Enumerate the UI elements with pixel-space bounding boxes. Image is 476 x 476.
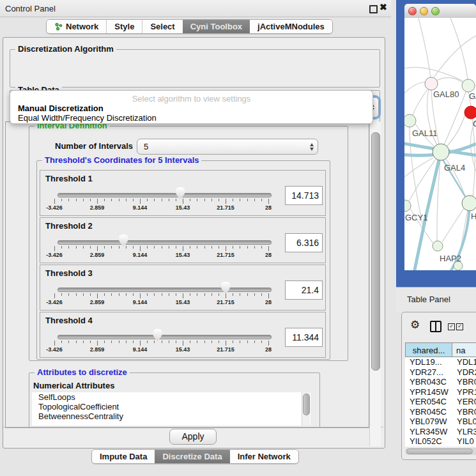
tab-infer-network[interactable]: Infer Network <box>230 450 298 463</box>
table-horizontal-scrollbar[interactable] <box>405 448 476 455</box>
apply-button[interactable]: Apply <box>169 429 217 445</box>
tick-mark <box>76 293 77 296</box>
network-edge[interactable] <box>434 36 476 77</box>
slider-track[interactable] <box>58 193 272 197</box>
table-row[interactable]: YDR27...YDR2 <box>405 367 476 378</box>
checkbox-icon[interactable]: ✓ <box>456 323 463 330</box>
tab-network[interactable]: Network <box>47 20 106 33</box>
table-cell[interactable]: YBR043C <box>405 377 452 387</box>
scrollbar-thumb[interactable] <box>406 449 473 454</box>
gear-icon[interactable]: ⚙ <box>410 318 420 332</box>
tab-cyni-toolbox[interactable]: Cyni Toolbox <box>183 20 250 33</box>
tick-mark <box>104 199 105 201</box>
tab-jactivemnodules[interactable]: jActiveMNodules <box>250 20 332 33</box>
table-cell[interactable]: YBR0 <box>452 407 476 417</box>
table-cell[interactable]: YLR345W <box>405 427 452 437</box>
tab-style[interactable]: Style <box>106 20 142 33</box>
network-node[interactable] <box>425 77 438 90</box>
slider-thumb[interactable] <box>153 329 162 341</box>
table-cell[interactable]: YIL052C <box>405 436 452 447</box>
tick-mark <box>119 246 119 249</box>
table-cell[interactable]: YPR145W <box>405 387 452 397</box>
table-cell[interactable]: YER054C <box>405 397 452 407</box>
tab-discretize-data[interactable]: Discretize Data <box>155 450 229 463</box>
checkbox-icon[interactable]: ✓ <box>448 323 455 330</box>
network-window-titlebar[interactable] <box>404 4 476 19</box>
network-node[interactable] <box>433 144 449 160</box>
network-edge[interactable] <box>450 18 468 80</box>
number-of-intervals-combobox[interactable]: 5 <box>137 139 318 155</box>
table-row[interactable]: YBR045CYBR0 <box>405 407 476 417</box>
table-cell[interactable]: YPR1 <box>452 387 476 397</box>
tick-mark <box>54 246 55 251</box>
table-row[interactable]: YBL079WYBL0 <box>405 417 476 427</box>
threshold-value-field[interactable]: 21.4 <box>285 280 323 300</box>
table-row[interactable]: YLR345WYLR3 <box>405 427 476 437</box>
network-edge[interactable] <box>410 152 441 270</box>
table-row[interactable]: YBR043CYBR0 <box>405 377 476 387</box>
table-row[interactable]: YER054CYER0 <box>405 397 476 407</box>
network-canvas[interactable]: GAL80GACGAL11GAL4GCY1HHAP2 <box>404 18 476 270</box>
network-node[interactable] <box>464 106 476 119</box>
tick-mark <box>226 246 226 251</box>
slider-thumb[interactable] <box>119 234 128 247</box>
tick-mark <box>169 341 169 343</box>
table-cell[interactable]: YBL079W <box>405 417 452 427</box>
zoom-light[interactable] <box>431 7 440 15</box>
tab-impute-data[interactable]: Impute Data <box>92 450 155 463</box>
table-row[interactable]: YPR145WYPR1 <box>405 387 476 397</box>
table-row[interactable]: YIL052CYIL0 <box>405 436 476 447</box>
attributes-scrollbar[interactable] <box>302 392 310 426</box>
tick-mark <box>219 246 219 249</box>
threshold-value-field[interactable]: 14.713 <box>285 186 323 205</box>
scrollbar-thumb[interactable] <box>303 394 310 415</box>
scrollbar-thumb[interactable] <box>371 132 380 371</box>
slider-track[interactable] <box>58 335 272 339</box>
minimize-light[interactable] <box>420 7 428 15</box>
network-node[interactable] <box>404 200 411 211</box>
table-cell[interactable]: YLR3 <box>452 427 476 437</box>
network-node[interactable] <box>462 196 476 211</box>
close-icon[interactable]: ✖ <box>380 2 387 12</box>
table-cell[interactable]: YIL0 <box>452 436 476 447</box>
tab-label: Select <box>150 22 174 31</box>
network-edge[interactable] <box>442 208 464 242</box>
float-window-icon[interactable] <box>369 5 378 13</box>
network-edge[interactable] <box>404 82 426 96</box>
table-cell[interactable]: YER0 <box>452 397 476 407</box>
column-header-shared[interactable]: shared... <box>405 342 452 357</box>
threshold-value-field[interactable]: 11.344 <box>285 328 323 347</box>
menu-item-manual-discretization[interactable]: Manual Discretization <box>18 104 104 113</box>
table-cell[interactable]: YBL0 <box>452 417 476 427</box>
table-cell[interactable]: YDL1 <box>452 357 476 367</box>
network-graph: GAL80GACGAL11GAL4GCY1HHAP2 <box>404 18 476 270</box>
table-cell[interactable]: YBR045C <box>405 407 452 417</box>
table-cell[interactable]: YDR2 <box>452 367 476 378</box>
table-cell[interactable]: YDR27... <box>405 367 452 378</box>
network-edge[interactable] <box>436 78 463 82</box>
list-item[interactable]: TopologicalCoefficient <box>32 402 311 411</box>
threshold-panel: Threshold 3-3.4262.8599.14415.4321.71528… <box>40 265 326 311</box>
slider-track[interactable] <box>58 240 272 245</box>
threshold-value-field[interactable]: 6.316 <box>285 233 323 252</box>
list-item[interactable]: BetweennessCentrality <box>32 411 311 421</box>
numerical-attributes-list[interactable]: SelfLoopsTopologicalCoefficientBetweenne… <box>32 392 311 426</box>
table-row[interactable]: YDL19...YDL1 <box>405 357 476 367</box>
column-header-name[interactable]: na <box>452 342 476 357</box>
slider-thumb[interactable] <box>221 282 231 294</box>
network-edge[interactable] <box>413 89 427 115</box>
table-cell[interactable]: YBR0 <box>452 377 476 387</box>
menu-item-equal-width-frequency[interactable]: Equal Width/Frequency Discretization <box>18 113 157 123</box>
table-cell[interactable]: YDL19... <box>405 357 452 367</box>
tab-select[interactable]: Select <box>142 20 182 33</box>
list-item[interactable]: SelfLoops <box>32 392 311 402</box>
columns-icon[interactable] <box>430 321 441 332</box>
network-node[interactable] <box>404 114 416 127</box>
panel-vertical-scrollbar[interactable] <box>369 121 381 446</box>
slider-thumb[interactable] <box>176 187 185 199</box>
network-node[interactable] <box>433 241 443 251</box>
slider-track[interactable] <box>58 288 272 292</box>
close-light[interactable] <box>408 7 417 15</box>
table-panel-title: Table Panel <box>407 295 450 304</box>
network-node[interactable] <box>462 79 475 92</box>
